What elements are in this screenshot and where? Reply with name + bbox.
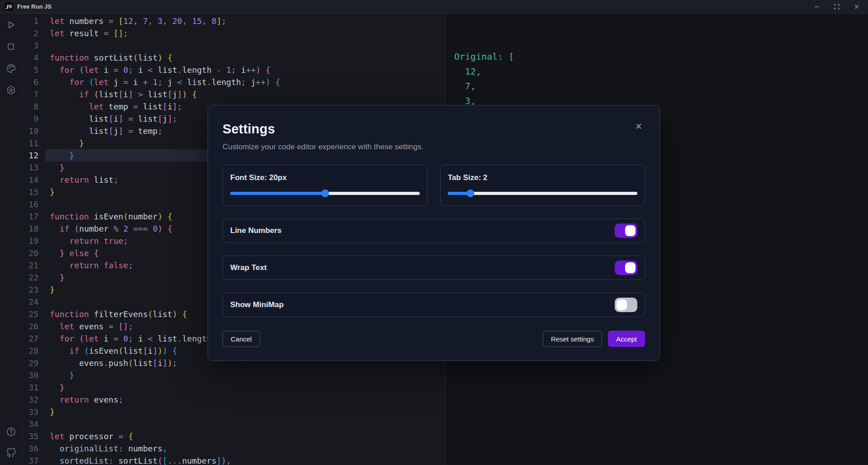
run-icon[interactable] bbox=[5, 19, 16, 30]
code-line: 2let result = []; bbox=[22, 27, 445, 39]
cancel-button[interactable]: Cancel bbox=[223, 331, 260, 347]
modal-title: Settings bbox=[223, 122, 645, 137]
show-minimap-label: Show MiniMap bbox=[230, 300, 284, 309]
window-controls bbox=[810, 0, 863, 14]
code-line: 37sortedList: sortList([...numbers]), bbox=[22, 455, 445, 465]
slider-thumb[interactable] bbox=[467, 190, 474, 197]
font-size-label: Font Size: 20px bbox=[230, 173, 420, 182]
slider-fill bbox=[230, 192, 325, 195]
accept-button[interactable]: Accept bbox=[608, 331, 645, 347]
stop-icon[interactable] bbox=[5, 41, 16, 52]
code-line: 31} bbox=[22, 381, 445, 394]
toggle-switch[interactable] bbox=[615, 223, 637, 238]
code-line: 4function sortList(list) { bbox=[22, 52, 445, 64]
window-title: Free Run JS bbox=[17, 3, 52, 10]
minimize-icon[interactable] bbox=[810, 1, 824, 13]
settings-modal: ✕ Settings Customize your code editor ex… bbox=[208, 105, 660, 361]
slider[interactable] bbox=[448, 190, 637, 197]
line-numbers-label: Line Numbers bbox=[230, 226, 281, 235]
wrap-text-label: Wrap Text bbox=[230, 263, 267, 272]
code-line: 6for (let j = i + 1; j < list.length; j+… bbox=[22, 76, 445, 88]
show-minimap-row: Show MiniMap bbox=[223, 293, 645, 317]
code-line: 36originalList: numbers, bbox=[22, 442, 445, 455]
output-line: 7, bbox=[454, 79, 868, 94]
code-line: 35let processor = { bbox=[22, 430, 445, 442]
modal-subtitle: Customize your code editor experience wi… bbox=[223, 142, 645, 152]
reset-settings-button[interactable]: Reset settings bbox=[543, 331, 602, 347]
tab-size-card: Tab Size: 2 bbox=[440, 165, 645, 206]
code-line: 5for (let i = 0; i < list.length - 1; i+… bbox=[22, 64, 445, 76]
output-line: 12, bbox=[454, 64, 868, 79]
slider-track bbox=[448, 192, 637, 195]
close-window-icon[interactable] bbox=[850, 1, 863, 13]
app-logo-js-icon: JS bbox=[5, 2, 13, 11]
code-line: 33} bbox=[22, 406, 445, 418]
font-size-card: Font Size: 20px bbox=[223, 165, 427, 206]
code-line: 1let numbers = [12, 7, 3, 20, 15, 8]; bbox=[22, 15, 445, 27]
modal-close-icon[interactable]: ✕ bbox=[633, 121, 644, 132]
line-numbers-row: Line Numbers bbox=[223, 218, 645, 243]
main-area: 1let numbers = [12, 7, 3, 20, 15, 8];2le… bbox=[0, 14, 868, 465]
tab-size-label: Tab Size: 2 bbox=[448, 173, 637, 182]
activity-sidebar bbox=[0, 14, 22, 465]
toggle-knob bbox=[625, 225, 636, 236]
modal-footer: Cancel Reset settings Accept bbox=[223, 331, 645, 347]
toggle-knob bbox=[617, 299, 627, 310]
toggle-switch[interactable] bbox=[615, 261, 637, 275]
footer-right-buttons: Reset settings Accept bbox=[543, 331, 645, 347]
restore-icon[interactable] bbox=[830, 1, 844, 13]
slider[interactable] bbox=[230, 190, 420, 197]
code-line: 7if (list[i] > list[j]) { bbox=[22, 88, 445, 100]
code-line: 30} bbox=[22, 369, 445, 381]
code-line: 34 bbox=[22, 418, 445, 430]
toggle-knob bbox=[625, 262, 636, 273]
slider-thumb[interactable] bbox=[321, 190, 329, 197]
title-bar: JS Free Run JS bbox=[0, 0, 868, 14]
code-line: 32return evens; bbox=[22, 394, 445, 406]
slider-cards-row: Font Size: 20px Tab Size: 2 bbox=[223, 165, 645, 206]
code-line: 3 bbox=[22, 39, 445, 52]
settings-nut-icon[interactable] bbox=[5, 85, 16, 95]
wrap-text-row: Wrap Text bbox=[223, 256, 645, 280]
github-icon[interactable] bbox=[5, 447, 16, 458]
output-line: Original: [ bbox=[454, 49, 868, 64]
theme-palette-icon[interactable] bbox=[5, 63, 16, 74]
help-icon[interactable] bbox=[5, 426, 16, 437]
toggle-switch[interactable] bbox=[615, 298, 637, 312]
